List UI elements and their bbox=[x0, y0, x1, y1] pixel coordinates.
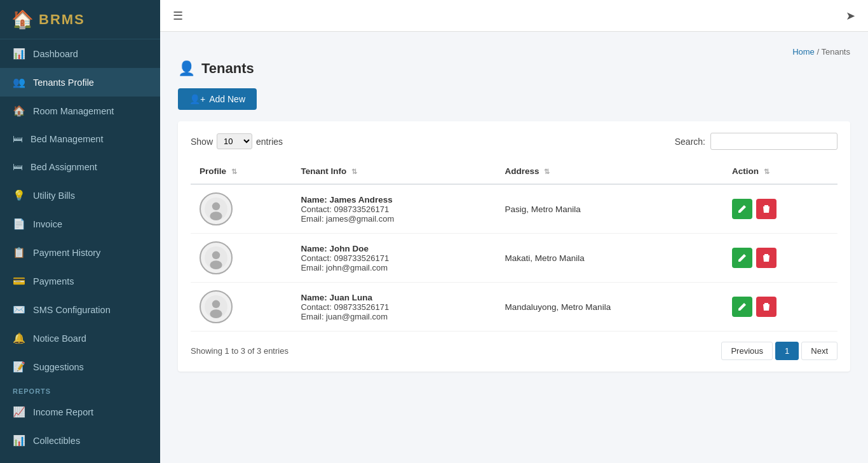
edit-button[interactable] bbox=[732, 199, 752, 219]
add-new-button[interactable]: 👤+ Add New bbox=[178, 88, 257, 110]
sidebar-item-dashboard[interactable]: 📊 Dashboard bbox=[0, 39, 160, 68]
page-icon: 👤 bbox=[178, 60, 195, 77]
showing-text: Showing 1 to 3 of 3 entries bbox=[191, 346, 288, 356]
add-icon: 👤+ bbox=[189, 94, 205, 104]
sidebar-item-label: Notice Board bbox=[33, 333, 86, 344]
tenant-contact: Contact: 098733526171 bbox=[301, 302, 487, 312]
notice-icon: 🔔 bbox=[13, 332, 25, 344]
tenant-action-cell bbox=[723, 283, 837, 332]
sort-icon-action: ⇅ bbox=[764, 168, 770, 175]
main-content: ☰ ➤ Home / Tenants 👤 Tenants 👤+ Add New … bbox=[160, 0, 868, 463]
tenants-icon: 👥 bbox=[13, 76, 25, 88]
tenant-address-cell: Pasig, Metro Manila bbox=[496, 184, 723, 234]
sidebar-item-income-report[interactable]: 📈 Income Report bbox=[0, 398, 160, 426]
col-address[interactable]: Address ⇅ bbox=[496, 159, 723, 184]
avatar bbox=[200, 241, 233, 274]
breadcrumb: Home / Tenants bbox=[178, 47, 850, 57]
room-icon: 🏠 bbox=[13, 105, 25, 117]
next-button[interactable]: Next bbox=[801, 342, 837, 360]
delete-button[interactable] bbox=[756, 199, 776, 219]
svg-point-2 bbox=[210, 211, 222, 220]
tenant-action-cell bbox=[723, 234, 837, 283]
suggestions-icon: 📝 bbox=[13, 361, 25, 373]
sidebar-item-tenants-profile[interactable]: 👥 Tenants Profile bbox=[0, 68, 160, 97]
search-input[interactable] bbox=[710, 133, 837, 150]
edit-button[interactable] bbox=[732, 248, 752, 268]
tenant-email: Email: james@gmail.com bbox=[301, 214, 487, 224]
reports-section-label: REPORTS bbox=[0, 381, 160, 398]
sidebar-item-utility-bills[interactable]: 💡 Utility Bills bbox=[0, 181, 160, 210]
breadcrumb-home[interactable]: Home bbox=[792, 47, 815, 57]
sidebar-item-payments[interactable]: 💳 Payments bbox=[0, 267, 160, 295]
svg-point-8 bbox=[210, 309, 222, 318]
tenant-address-cell: Mandaluyong, Metro Manila bbox=[496, 283, 723, 332]
tenant-action-cell bbox=[723, 184, 837, 234]
payment-history-icon: 📋 bbox=[13, 246, 25, 258]
svg-point-4 bbox=[212, 252, 220, 259]
sidebar-item-invoice[interactable]: 📄 Invoice bbox=[0, 210, 160, 238]
invoice-icon: 📄 bbox=[13, 218, 25, 230]
sidebar-item-label: SMS Configuration bbox=[33, 305, 111, 315]
table-controls: Show 10 25 50 100 entries Search: bbox=[191, 133, 837, 150]
dashboard-icon: 📊 bbox=[13, 48, 25, 60]
sidebar-logo: 🏠 BRMS bbox=[0, 0, 160, 39]
svg-point-1 bbox=[212, 203, 220, 210]
previous-button[interactable]: Previous bbox=[721, 342, 773, 360]
tenant-contact: Contact: 098733526171 bbox=[301, 205, 487, 214]
col-action[interactable]: Action ⇅ bbox=[723, 159, 837, 184]
sidebar-item-payment-history[interactable]: 📋 Payment History bbox=[0, 238, 160, 267]
delete-button[interactable] bbox=[756, 297, 776, 317]
svg-point-5 bbox=[210, 260, 222, 269]
sidebar-item-collectibles[interactable]: 📊 Collectibles bbox=[0, 426, 160, 455]
tenant-info-cell: Name: Juan Luna Contact: 098733526171 Em… bbox=[292, 283, 496, 332]
col-profile[interactable]: Profile ⇅ bbox=[191, 159, 292, 184]
content-area: Home / Tenants 👤 Tenants 👤+ Add New Show… bbox=[160, 32, 868, 463]
entries-select[interactable]: 10 25 50 100 bbox=[217, 133, 252, 149]
page-1-button[interactable]: 1 bbox=[775, 342, 799, 360]
col-tenant-info[interactable]: Tenant Info ⇅ bbox=[292, 159, 496, 184]
tenant-profile-cell bbox=[191, 283, 292, 332]
sort-icon-profile: ⇅ bbox=[231, 168, 237, 175]
utility-icon: 💡 bbox=[13, 189, 25, 201]
sidebar-item-bed-assignment[interactable]: 🛏 Bed Assignment bbox=[0, 153, 160, 181]
logo-text: BRMS bbox=[39, 11, 85, 28]
tenant-info-cell: Name: James Andress Contact: 09873352617… bbox=[292, 184, 496, 234]
tenant-name: Name: Juan Luna bbox=[301, 293, 487, 302]
table-row: Name: James Andress Contact: 09873352617… bbox=[191, 184, 837, 234]
sidebar-item-label: Invoice bbox=[33, 219, 62, 229]
svg-point-7 bbox=[212, 300, 220, 308]
logo-icon: 🏠 bbox=[11, 9, 34, 30]
entries-label: entries bbox=[256, 137, 283, 147]
topbar-right-icon[interactable]: ➤ bbox=[846, 9, 855, 23]
menu-icon[interactable]: ☰ bbox=[173, 9, 183, 23]
sidebar-item-label: Room Management bbox=[33, 106, 114, 116]
tenant-contact: Contact: 098733526171 bbox=[301, 253, 487, 263]
pagination-buttons: Previous 1 Next bbox=[721, 342, 837, 360]
breadcrumb-current: Tenants bbox=[821, 47, 850, 57]
avatar bbox=[200, 192, 233, 225]
show-label: Show bbox=[191, 137, 213, 147]
sidebar-item-notice-board[interactable]: 🔔 Notice Board bbox=[0, 324, 160, 352]
sms-icon: ✉️ bbox=[13, 304, 25, 316]
sidebar-item-label: Bed Management bbox=[31, 134, 103, 144]
sidebar-item-label: Bed Assignment bbox=[31, 162, 97, 172]
sidebar-item-sms-configuration[interactable]: ✉️ SMS Configuration bbox=[0, 295, 160, 324]
tenant-name: Name: John Doe bbox=[301, 244, 487, 253]
search-area: Search: bbox=[675, 133, 837, 150]
sidebar-item-label: Income Report bbox=[33, 407, 93, 417]
tenant-profile-cell bbox=[191, 184, 292, 234]
tenant-profile-cell bbox=[191, 234, 292, 283]
add-new-label: Add New bbox=[209, 94, 245, 104]
sidebar-item-label: Suggestions bbox=[33, 362, 84, 372]
table-card: Show 10 25 50 100 entries Search: bbox=[178, 121, 850, 372]
bed-assign-icon: 🛏 bbox=[13, 161, 23, 173]
sidebar-item-suggestions[interactable]: 📝 Suggestions bbox=[0, 352, 160, 381]
avatar bbox=[200, 290, 233, 323]
edit-button[interactable] bbox=[732, 297, 752, 317]
sidebar-item-bed-management[interactable]: 🛏 Bed Management bbox=[0, 125, 160, 153]
delete-button[interactable] bbox=[756, 248, 776, 268]
sort-icon-tenant-info: ⇅ bbox=[351, 168, 357, 175]
sidebar-item-room-management[interactable]: 🏠 Room Management bbox=[0, 97, 160, 125]
sidebar-item-label: Utility Bills bbox=[33, 191, 75, 201]
table-row: Name: Juan Luna Contact: 098733526171 Em… bbox=[191, 283, 837, 332]
